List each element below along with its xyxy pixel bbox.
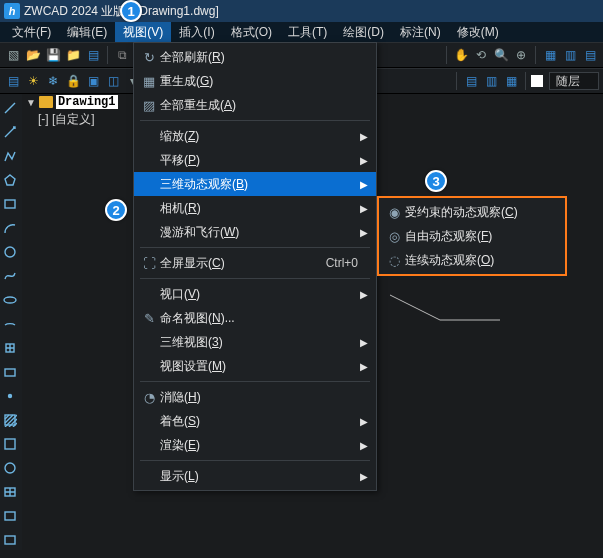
cube-icon[interactable]: ◫ [104,72,122,90]
layer-mgr-icon[interactable]: ▤ [4,72,22,90]
new-icon[interactable]: ▧ [4,46,22,64]
block-icon[interactable] [0,338,20,358]
submenu-item[interactable]: ◎自由动态观察(F) [379,224,565,248]
menu-item[interactable]: ✎命名视图(N)... [134,306,376,330]
box-icon[interactable]: ▣ [84,72,102,90]
menu-item[interactable]: 缩放(Z)▶ [134,124,376,148]
menu-item-icon: ▨ [138,98,160,113]
save-icon[interactable]: 💾 [44,46,62,64]
polygon-icon[interactable] [0,170,20,190]
region-icon[interactable] [0,458,20,478]
dwg-file-icon [39,96,53,108]
menu-item[interactable]: 三维视图(3)▶ [134,330,376,354]
rect-icon[interactable] [0,194,20,214]
svg-point-2 [4,297,16,303]
submenu-arrow-icon: ▶ [358,131,368,142]
tree-root-row[interactable]: ▼ Drawing1 [24,94,134,110]
polyline-icon[interactable] [0,146,20,166]
print-icon[interactable]: ▤ [84,46,102,64]
pan-icon[interactable]: ✋ [452,46,470,64]
svg-point-5 [9,395,12,398]
block2-icon[interactable] [0,362,20,382]
freeze-icon[interactable]: ❄ [44,72,62,90]
layer-combo[interactable]: 随层 [549,72,599,90]
submenu-item-label: 自由动态观察(F) [405,228,557,245]
ray-icon[interactable] [0,122,20,142]
menu-item[interactable]: 着色(S)▶ [134,409,376,433]
drawing-browser: ▼ Drawing1 [-] [自定义] [24,94,134,129]
menu-格式o[interactable]: 格式(O) [223,22,280,42]
spline-icon[interactable] [0,266,20,286]
copy-icon[interactable]: ⧉ [113,46,131,64]
text-icon[interactable] [0,506,20,526]
menu-item-icon: ↻ [138,50,160,65]
menu-item[interactable]: 视口(V)▶ [134,282,376,306]
ellipse-arc-icon[interactable] [0,314,20,334]
zoom2-icon[interactable]: ⊕ [512,46,530,64]
layerstack2-icon[interactable]: ▥ [482,72,500,90]
menu-item-icon: ◔ [138,390,160,405]
folder-icon[interactable]: 📁 [64,46,82,64]
menu-item[interactable]: 相机(R)▶ [134,196,376,220]
tree-child-label: [-] [自定义] [38,111,95,128]
menu-标注n[interactable]: 标注(N) [392,22,449,42]
menu-item[interactable]: ▦重生成(G) [134,69,376,93]
gradient-icon[interactable] [0,434,20,454]
layerstack3-icon[interactable]: ▦ [502,72,520,90]
menu-修改m[interactable]: 修改(M) [449,22,507,42]
menu-item[interactable]: 平移(P)▶ [134,148,376,172]
ellipse-icon[interactable] [0,290,20,310]
svg-point-1 [5,247,15,257]
hatch-icon[interactable] [0,410,20,430]
menu-separator [140,460,370,461]
line-icon[interactable] [0,98,20,118]
menu-item[interactable]: ↻全部刷新(R) [134,45,376,69]
circle-icon[interactable] [0,242,20,262]
orbit-icon[interactable]: ⟲ [472,46,490,64]
menu-item[interactable]: ▨全部重生成(A) [134,93,376,117]
menu-item[interactable]: 视图设置(M)▶ [134,354,376,378]
submenu-item-label: 连续动态观察(O) [405,252,557,269]
layers-icon[interactable]: ▥ [561,46,579,64]
annotation-badge-2: 2 [105,199,127,221]
menu-绘图d[interactable]: 绘图(D) [335,22,392,42]
swatch-icon[interactable] [531,75,543,87]
sun-icon[interactable]: ☀ [24,72,42,90]
arc-icon[interactable] [0,218,20,238]
menu-item[interactable]: ◔消隐(H) [134,385,376,409]
orbit-icon: ◎ [383,229,405,244]
layerstack-icon[interactable]: ▤ [462,72,480,90]
svg-rect-10 [5,512,15,520]
menu-视图v[interactable]: 视图(V) [115,22,171,42]
zoom-icon[interactable]: 🔍 [492,46,510,64]
submenu-arrow-icon: ▶ [358,471,368,482]
menu-item[interactable]: 渲染(E)▶ [134,433,376,457]
menu-bar: 文件(F)编辑(E)视图(V)插入(I)格式(O)工具(T)绘图(D)标注(N)… [0,22,603,42]
draw-toolbar [0,94,22,550]
menu-item[interactable]: ⛶全屏显示(C)Ctrl+0 [134,251,376,275]
orbit-icon: ◉ [383,205,405,220]
submenu-item[interactable]: ◉受约束的动态观察(C) [379,200,565,224]
submenu-item[interactable]: ◌连续动态观察(O) [379,248,565,272]
menu-item[interactable]: 显示(L)▶ [134,464,376,488]
menu-item[interactable]: 漫游和飞行(W)▶ [134,220,376,244]
tree-child-row[interactable]: [-] [自定义] [24,110,134,129]
submenu-item-label: 受约束的动态观察(C) [405,204,557,221]
menu-item-icon: ⛶ [138,256,160,271]
menu-插入i[interactable]: 插入(I) [171,22,222,42]
submenu-arrow-icon: ▶ [358,361,368,372]
props-icon[interactable]: ▦ [541,46,559,64]
menu-编辑e[interactable]: 编辑(E) [59,22,115,42]
menu-文件f[interactable]: 文件(F) [4,22,59,42]
open-icon[interactable]: 📂 [24,46,42,64]
collapse-icon[interactable]: ▼ [26,97,36,108]
tool-icon[interactable]: ▤ [581,46,599,64]
menu-item-shortcut: Ctrl+0 [326,256,358,270]
lock-icon[interactable]: 🔒 [64,72,82,90]
svg-rect-6 [5,415,15,425]
menu-工具t[interactable]: 工具(T) [280,22,335,42]
mtext-icon[interactable] [0,530,20,550]
menu-item[interactable]: 三维动态观察(B)▶ [134,172,376,196]
point-icon[interactable] [0,386,20,406]
table-icon[interactable] [0,482,20,502]
